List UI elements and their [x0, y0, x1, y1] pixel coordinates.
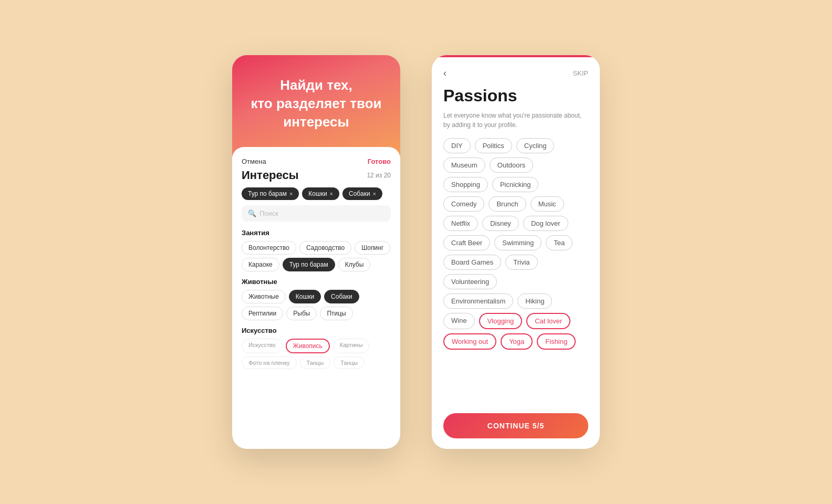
tag-label: Тур по барам	[248, 190, 287, 197]
passion-tag[interactable]: Music	[531, 196, 564, 212]
remove-tag-icon[interactable]: ×	[373, 191, 376, 197]
interests-title-row: Интересы 12 из 20	[242, 169, 391, 182]
art-tags: Искусство Живопись Картины Фото на пленк…	[242, 339, 391, 369]
passion-tag[interactable]: Trivia	[505, 255, 537, 270]
passion-tag[interactable]: Dog lover	[523, 216, 568, 231]
tag-item[interactable]: Рыбы	[286, 307, 317, 320]
passion-tag[interactable]: Cycling	[516, 138, 555, 153]
passion-tag[interactable]: DIY	[443, 138, 471, 153]
remove-tag-icon[interactable]: ×	[330, 191, 333, 197]
category-title: Искусство	[242, 327, 391, 334]
left-card: Найди тех, кто разделяет твои интересы О…	[232, 55, 400, 449]
passions-row: Environmentalism Hiking	[443, 293, 588, 309]
passion-tag-selected[interactable]: Working out	[443, 333, 496, 350]
category-title: Занятия	[242, 229, 391, 237]
tag-item[interactable]: Животные	[242, 290, 286, 303]
tag-item[interactable]: Волонтерство	[242, 241, 296, 255]
passions-description: Let everyone know what you're passionate…	[443, 111, 588, 130]
passions-row: Comedy Brunch Music	[443, 196, 588, 212]
tag-item[interactable]: Танцы	[334, 356, 365, 369]
passions-title: Passions	[443, 86, 588, 106]
tag-item[interactable]: Танцы	[300, 356, 331, 369]
tag-item[interactable]: Караоке	[242, 258, 279, 271]
category-title: Животные	[242, 278, 391, 286]
passion-tag[interactable]: Disney	[482, 216, 519, 231]
search-icon: 🔍	[248, 209, 256, 217]
passion-tag[interactable]: Picnicking	[492, 177, 539, 192]
passions-row: Museum Outdoors	[443, 158, 588, 173]
passions-row: Wine Vlogging Cat lover	[443, 313, 588, 329]
tag-item-selected[interactable]: Собаки	[324, 290, 359, 303]
left-card-body: Отмена Готово Интересы 12 из 20 Тур по б…	[232, 147, 400, 449]
tag-item[interactable]: Садоводство	[299, 241, 351, 255]
passion-tag[interactable]: Board Games	[443, 255, 501, 270]
passions-row: Craft Beer Swimming Tea	[443, 235, 588, 250]
animals-tags: Животные Кошки Собаки Рептилии Рыбы Птиц…	[242, 290, 391, 320]
search-box[interactable]: 🔍 Поиск	[242, 205, 391, 222]
passion-tag-selected[interactable]: Fishing	[537, 333, 576, 350]
passion-tag-selected[interactable]: Vlogging	[479, 313, 523, 329]
selected-tag[interactable]: Кошки ×	[302, 187, 339, 200]
tag-label: Собаки	[349, 190, 370, 197]
passion-tag[interactable]: Swimming	[494, 235, 542, 250]
category-activities: Занятия Волонтерство Садоводство Шопинг …	[242, 229, 391, 271]
category-art: Искусство Искусство Живопись Картины Фот…	[242, 327, 391, 369]
remove-tag-icon[interactable]: ×	[289, 191, 293, 197]
interests-header: Отмена Готово	[242, 158, 391, 165]
passion-tag[interactable]: Environmentalism	[443, 293, 513, 309]
passions-row: DIY Politics Cycling	[443, 138, 588, 153]
interests-title: Интересы	[242, 169, 299, 182]
passion-tag[interactable]: Netflix	[443, 216, 478, 231]
passion-tag[interactable]: Volunteering	[443, 274, 497, 289]
search-placeholder: Поиск	[259, 209, 278, 217]
passions-row: Netflix Disney Dog lover	[443, 216, 588, 231]
passion-tag[interactable]: Hiking	[517, 293, 552, 309]
selected-tag[interactable]: Тур по барам ×	[242, 187, 299, 200]
cancel-button[interactable]: Отмена	[242, 158, 266, 165]
category-animals: Животные Животные Кошки Собаки Рептилии …	[242, 278, 391, 320]
back-button[interactable]: ‹	[443, 68, 446, 79]
right-card: ‹ SKIP Passions Let everyone know what y…	[432, 55, 600, 449]
passion-tag[interactable]: Outdoors	[490, 158, 533, 173]
tag-item-selected[interactable]: Кошки	[289, 290, 321, 303]
tag-item-selected[interactable]: Тур по барам	[283, 258, 335, 271]
skip-button[interactable]: SKIP	[573, 69, 588, 77]
passions-row: Working out Yoga Fishing	[443, 333, 588, 350]
tag-item[interactable]: Рептилии	[242, 307, 283, 320]
passion-tag[interactable]: Brunch	[488, 196, 526, 212]
tag-item-selected[interactable]: Живопись	[286, 339, 330, 353]
tag-label: Кошки	[308, 190, 327, 197]
passion-tag[interactable]: Wine	[443, 313, 475, 329]
header-text: Найди тех, кто разделяет твои интересы	[248, 76, 384, 131]
tag-item[interactable]: Клубы	[338, 258, 371, 271]
passion-tag[interactable]: Shopping	[443, 177, 488, 192]
continue-button[interactable]: CONTINUE 5/5	[443, 413, 588, 438]
interests-count: 12 из 20	[367, 172, 391, 179]
tag-item[interactable]: Фото на пленку	[242, 356, 297, 369]
passion-tag[interactable]: Comedy	[443, 196, 484, 212]
selected-tags-container: Тур по барам × Кошки × Собаки ×	[242, 187, 391, 200]
passion-tag-selected[interactable]: Yoga	[501, 333, 533, 350]
nav-row: ‹ SKIP	[443, 68, 588, 79]
done-button[interactable]: Готово	[368, 158, 391, 165]
tag-item[interactable]: Шопинг	[355, 241, 390, 255]
tag-item[interactable]: Картины	[333, 339, 370, 353]
passions-row: Volunteering	[443, 274, 588, 289]
passion-tag[interactable]: Politics	[475, 138, 512, 153]
selected-tag[interactable]: Собаки ×	[342, 187, 382, 200]
passion-tag-selected[interactable]: Cat lover	[526, 313, 570, 329]
left-card-header: Найди тех, кто разделяет твои интересы	[232, 55, 400, 158]
activities-tags: Волонтерство Садоводство Шопинг Караоке …	[242, 241, 391, 271]
passions-row: Board Games Trivia	[443, 255, 588, 270]
tag-item[interactable]: Птицы	[320, 307, 352, 320]
passions-row: Shopping Picnicking	[443, 177, 588, 192]
passion-tag[interactable]: Tea	[546, 235, 573, 250]
tag-item[interactable]: Искусство	[242, 339, 283, 353]
passion-tag[interactable]: Museum	[443, 158, 485, 173]
right-card-content: ‹ SKIP Passions Let everyone know what y…	[432, 57, 600, 449]
passions-tags-area: DIY Politics Cycling Museum Outdoors Sho…	[443, 138, 588, 407]
passion-tag[interactable]: Craft Beer	[443, 235, 490, 250]
